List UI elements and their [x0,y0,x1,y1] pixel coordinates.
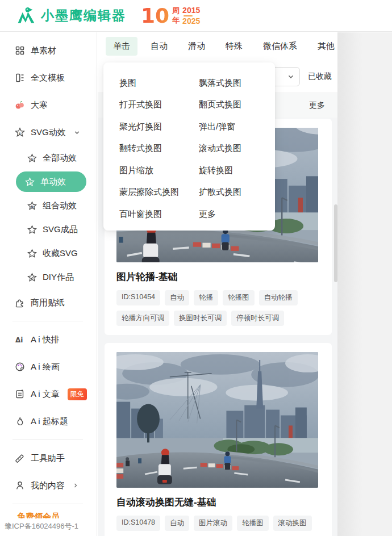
svg-text:N: N [31,205,34,208]
page-background-gutter [337,32,392,536]
tag: 轮播 [194,290,218,305]
sidebar-item-ai-article[interactable]: A i 文章 限免 [0,380,97,408]
sidebar-item-svg-finished[interactable]: SVG成品 [0,217,97,241]
svg-text:s: s [19,131,21,135]
star-icon [27,225,37,235]
tab-auto[interactable]: 自动 [143,37,175,56]
favorited-toggle[interactable]: 已收藏 [308,72,332,82]
star-check-icon [27,273,37,282]
dropdown-menu-item[interactable]: 翻转式换图 [119,138,199,160]
sidebar-item-ai-quick-layout[interactable]: Δi A i 快排 [0,326,97,353]
sidebar-item-all-anims[interactable]: s 全部动效 [0,146,97,170]
sidebar-item-single-material[interactable]: 单素材 [0,37,97,64]
card-title: 自动滚动换图无缝-基础 [116,496,318,509]
category-tabbar: 单击 自动 滑动 特殊 微信体系 其他 [98,32,337,61]
tag: 滚动换图 [273,516,312,531]
star-s-icon: s [27,153,37,163]
click-anim-dropdown-menu: 换图打开式换图聚光灯换图翻转式换图图片缩放蒙层擦除式换图百叶窗换图 飘落式换图翻… [103,62,275,231]
chevron-down-icon [74,129,80,136]
brand-title: 小墨鹰编辑器 [41,7,126,24]
tag: ID:S10478 [116,516,160,531]
dropdown-menu-item[interactable]: 扩散式换图 [199,182,275,204]
tag: 轮播图 [223,290,255,305]
sidebar-divider [12,321,83,321]
chevron-down-icon [287,73,294,80]
dropdown-menu-item[interactable]: 换图 [119,72,199,94]
palette-icon [15,362,25,372]
scrollbar-thumb[interactable] [334,204,337,282]
anniversary-zhounian: 周 年 [172,6,180,25]
dropdown-menu-item[interactable]: 打开式换图 [119,94,199,116]
app-logo[interactable]: 小墨鹰编辑器 [16,6,126,26]
sidebar-item-fav-svg[interactable]: 收藏SVG [0,241,97,265]
svg-text:Δi: Δi [15,336,23,344]
tag: 自动轮播 [259,290,298,305]
svg-text:s: s [31,157,33,161]
tab-special[interactable]: 特殊 [218,37,250,56]
tag: 轮播图 [237,516,269,531]
tag: 换图时长可调 [174,311,227,326]
dropdown-menu-item[interactable]: 百叶窗换图 [119,203,199,225]
template-icon [15,73,25,83]
sidebar-item-single-anim[interactable]: 1 单动效 [16,171,86,192]
sidebar-item-dahan[interactable]: 大寒 [0,91,97,119]
sidebar-item-tools[interactable]: 工具助手 [0,445,97,472]
sidebar-item-diy-works[interactable]: DIY作品 [0,265,97,289]
dropdown-menu-item[interactable]: 滚动式换图 [199,138,275,160]
dropdown-menu-item[interactable]: 蒙层擦除式换图 [119,182,199,204]
anniversary-number: 10 [141,6,169,26]
tag: 停顿时长可调 [231,311,284,326]
dropdown-menu-item[interactable]: 聚光灯换图 [119,116,199,138]
more-link[interactable]: 更多 [309,101,325,111]
dropdown-menu-item[interactable]: 旋转换图 [199,160,275,182]
svg-text:1: 1 [29,181,31,185]
tab-wechat-system[interactable]: 微信体系 [256,37,305,56]
tag: 自动 [165,516,189,531]
tab-click[interactable]: 单击 [106,37,137,56]
sidebar-divider [12,504,83,504]
anniversary-badge: 10 周 年 2015 2025 [141,6,200,26]
free-badge: 限免 [68,388,87,400]
tag: ID:S10454 [116,290,160,305]
ruler-icon [15,453,25,463]
person-icon [15,480,25,491]
tab-slide[interactable]: 滑动 [181,37,212,56]
dropdown-right-column: 飘落式换图翻页式换图弹出/弹窗滚动式换图旋转换图扩散式换图更多 [199,72,275,225]
dropdown-menu-item[interactable]: 飘落式换图 [199,72,275,94]
sidebar-item-my-content[interactable]: 我的内容 [0,472,97,499]
sidebar-item-ai-draw[interactable]: A i 绘画 [0,353,97,380]
chevron-right-icon [73,483,78,488]
card-image[interactable] [116,352,318,488]
tag: 轮播方向可调 [116,311,169,326]
material-card[interactable]: 自动滚动换图无缝-基础 ID:S10478自动图片滚动轮播图滚动换图滚动换图无缝… [105,343,332,536]
card-tags: ID:S10478自动图片滚动轮播图滚动换图滚动换图无缝自动轮播滚动方向可调 [116,516,318,536]
sidebar-item-svg-anim[interactable]: s SVG动效 [0,119,97,146]
anniversary-years: 2015 2025 [182,6,200,25]
app-header: 小墨鹰编辑器 10 周 年 2015 2025 [0,0,392,32]
dropdown-menu-item[interactable]: 更多 [199,203,275,225]
dropdown-menu-item[interactable]: 图片缩放 [119,160,199,182]
star-1-icon: 1 [25,177,35,187]
dropdown-left-column: 换图打开式换图聚光灯换图翻转式换图图片缩放蒙层擦除式换图百叶窗换图 [119,72,199,225]
puzzle-icon [15,298,25,308]
dropdown-menu-item[interactable]: 弹出/弹窗 [199,116,275,138]
grid-icon [15,45,25,56]
sidebar-item-stickers[interactable]: 商用贴纸 [0,289,97,316]
sidebar-item-ai-title[interactable]: A i 起标题 [0,408,97,435]
card-tags: ID:S10454自动轮播轮播图自动轮播轮播方向可调换图时长可调停顿时长可调 [116,290,318,326]
icp-record-number: 豫ICP备16024496号-1 [0,518,96,536]
sidebar: 单素材 全文模板 大寒 s SVG动效 [0,32,97,536]
sidebar-divider [12,439,83,440]
sidebar-item-full-template[interactable]: 全文模板 [0,64,97,91]
dropdown-menu-item[interactable]: 翻页式换图 [199,94,275,116]
dahan-icon [15,100,25,110]
ai-quick-icon: Δi [15,334,25,345]
star-icon [27,249,37,258]
card-title: 图片轮播-基础 [116,270,318,283]
eagle-logo-icon [16,6,36,26]
star-s-icon: s [15,127,25,137]
tag: 自动 [165,290,189,305]
star-n-icon: N [27,201,37,211]
flame-icon [15,416,25,426]
sidebar-item-combo-anim[interactable]: N 组合动效 [0,194,97,217]
